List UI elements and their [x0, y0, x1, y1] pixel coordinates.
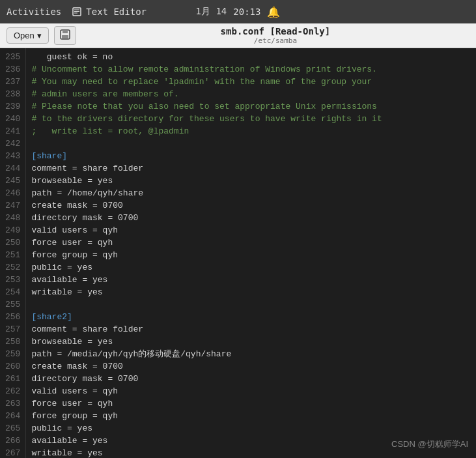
code-line: [31, 137, 471, 150]
line-number: 242: [5, 137, 20, 150]
svg-rect-6: [62, 35, 68, 38]
topbar: Activities Text Editor 1月 14 20:13 🔔: [0, 0, 476, 23]
code-line: public = yes: [31, 422, 471, 435]
code-line: # Please note that you also need to set …: [31, 100, 471, 113]
code-line: force user = qyh: [31, 397, 471, 410]
line-number: 255: [5, 298, 20, 311]
code-line: guest ok = no: [31, 51, 471, 63]
code-line: writable = yes: [31, 286, 471, 298]
code-line: ; write list = root, @lpadmin: [31, 125, 471, 137]
code-line: comment = share folder: [31, 162, 471, 175]
line-number: 244: [5, 162, 20, 175]
svg-rect-5: [63, 30, 68, 33]
line-number: 250: [5, 236, 20, 249]
line-number: 258: [5, 336, 20, 348]
editor-content: 2352362372382392402412422432442452462472…: [0, 48, 476, 458]
file-title-area: smb.conf [Read-Only] /etc/samba: [81, 26, 469, 45]
code-line: directory mask = 0700: [31, 373, 471, 385]
line-number: 249: [5, 224, 20, 236]
app-name-group: Text Editor: [72, 7, 147, 17]
line-number: 237: [5, 76, 20, 88]
code-line: # admin users are members of.: [31, 88, 471, 100]
system-time: 1月 14 20:13 🔔: [196, 6, 281, 18]
line-number: 264: [5, 410, 20, 422]
code-editor[interactable]: guest ok = no# Uncomment to allow remote…: [26, 48, 476, 458]
line-number: 248: [5, 212, 20, 224]
code-line: valid users = qyh: [31, 224, 471, 236]
code-line: public = yes: [31, 261, 471, 274]
line-number: 241: [5, 125, 20, 137]
time-label: 20:13: [233, 7, 260, 17]
code-line: browseable = yes: [31, 336, 471, 348]
code-line: path = /media/qyh/qyh的移动硬盘/qyh/share: [31, 348, 471, 360]
line-number: 262: [5, 385, 20, 397]
notification-icon[interactable]: 🔔: [267, 6, 280, 18]
code-line: # to the drivers directory for these use…: [31, 113, 471, 125]
app-name-label: Text Editor: [86, 7, 147, 17]
file-name: smb.conf [Read-Only]: [81, 26, 469, 36]
line-number: 235: [5, 51, 20, 63]
code-line: [31, 298, 471, 311]
code-line: force group = qyh: [31, 249, 471, 261]
line-number: 253: [5, 274, 20, 286]
code-line: [share]: [31, 150, 471, 162]
watermark: CSDN @切糕师学AI: [391, 438, 468, 450]
line-number: 263: [5, 397, 20, 410]
line-number: 260: [5, 360, 20, 373]
code-line: path = /home/qyh/share: [31, 187, 471, 199]
line-number: 238: [5, 88, 20, 100]
code-line: directory mask = 0700: [31, 212, 471, 224]
open-button-label: Open: [14, 31, 35, 40]
line-number: 251: [5, 249, 20, 261]
code-line: available = yes: [31, 274, 471, 286]
line-number: 265: [5, 422, 20, 435]
code-line: # You may need to replace 'lpadmin' with…: [31, 76, 471, 88]
activities-label[interactable]: Activities: [7, 7, 61, 17]
line-number: 267: [5, 447, 20, 458]
file-path: /etc/samba: [81, 36, 469, 45]
code-line: comment = share folder: [31, 323, 471, 336]
line-number: 236: [5, 63, 20, 76]
save-icon: [60, 29, 70, 42]
line-number: 247: [5, 199, 20, 212]
toolbar: Open ▾ smb.conf [Read-Only] /etc/samba: [0, 23, 476, 48]
line-number: 245: [5, 175, 20, 187]
code-line: force user = qyh: [31, 236, 471, 249]
code-line: valid users = qyh: [31, 385, 471, 397]
line-number: 240: [5, 113, 20, 125]
open-button[interactable]: Open ▾: [7, 27, 49, 44]
code-line: create mask = 0700: [31, 199, 471, 212]
line-number: 243: [5, 150, 20, 162]
code-line: browseable = yes: [31, 175, 471, 187]
date-label: 1月 14: [196, 6, 227, 18]
line-number: 239: [5, 100, 20, 113]
text-editor-icon: [72, 7, 82, 17]
code-line: # Uncomment to allow remote administrati…: [31, 63, 471, 76]
code-line: force group = qyh: [31, 410, 471, 422]
code-line: [share2]: [31, 311, 471, 323]
line-number: 252: [5, 261, 20, 274]
line-number: 246: [5, 187, 20, 199]
line-number: 257: [5, 323, 20, 336]
line-number: 266: [5, 435, 20, 447]
line-number: 259: [5, 348, 20, 360]
line-number: 256: [5, 311, 20, 323]
save-button[interactable]: [54, 26, 76, 45]
line-number: 261: [5, 373, 20, 385]
chevron-down-icon: ▾: [37, 31, 42, 40]
code-line: create mask = 0700: [31, 360, 471, 373]
line-numbers: 2352362372382392402412422432442452462472…: [0, 48, 26, 458]
line-number: 254: [5, 286, 20, 298]
